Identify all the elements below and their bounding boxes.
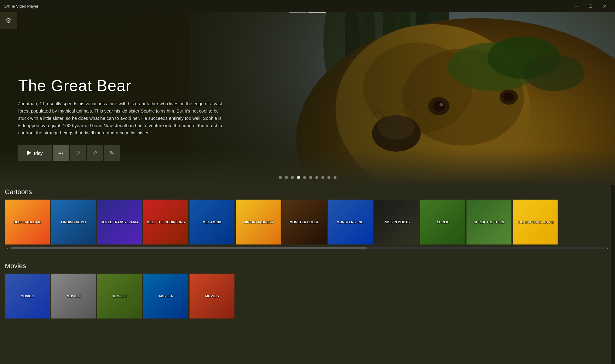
hero-dots — [279, 176, 337, 179]
cartoons-track: DESPICABLE MEFINDING NEMOHOTEL TRANSYLVA… — [0, 200, 615, 244]
heart-icon: ♡ — [75, 150, 80, 156]
cartoons-scroll-left[interactable]: ‹ — [5, 245, 11, 251]
hero-dot-7[interactable] — [315, 176, 318, 179]
top-menu-bar — [289, 12, 326, 13]
share-icon: ⇗ — [93, 150, 97, 156]
title-bar: Offline Video Player — □ ✕ — [0, 0, 615, 12]
hero-dot-9[interactable] — [327, 176, 330, 179]
edit-button[interactable]: ✎ — [104, 145, 120, 161]
app-title: Offline Video Player — [4, 4, 38, 8]
movie-card-3[interactable]: MOVIE 3 — [97, 274, 142, 318]
hero-dot-6[interactable] — [309, 176, 312, 179]
hero-section: The Great Bear Jonathan, 11, usually spe… — [0, 12, 615, 185]
cartoon-card-1[interactable]: DESPICABLE ME — [5, 200, 50, 244]
hero-content: The Great Bear Jonathan, 11, usually spe… — [18, 76, 225, 161]
movies-title: Movies — [0, 259, 615, 274]
edit-icon: ✎ — [110, 150, 114, 156]
menu-segment-2 — [308, 12, 326, 13]
movies-section: Movies MOVIE 1MOVIE 2MOVIE 3MOVIE 4MOVIE… — [0, 259, 615, 323]
hero-description: Jonathan, 11, usually spends his vacatio… — [18, 100, 225, 136]
cartoons-section: Cartoons DESPICABLE MEFINDING NEMOHOTEL … — [0, 185, 615, 257]
hero-dot-8[interactable] — [321, 176, 324, 179]
cartoons-scroll-thumb — [11, 247, 367, 249]
hero-dot-3[interactable] — [291, 176, 294, 179]
cartoon-card-6[interactable]: MINION MADNESS — [236, 200, 281, 244]
hero-title: The Great Bear — [18, 76, 225, 95]
title-bar-controls: — □ ✕ — [569, 0, 611, 12]
movies-carousel: MOVIE 1MOVIE 2MOVIE 3MOVIE 4MOVIE 5 — [0, 274, 615, 318]
minimize-button[interactable]: — — [569, 0, 583, 12]
cartoon-card-2[interactable]: FINDING NEMO — [51, 200, 96, 244]
settings-button[interactable]: ⚙ — [0, 12, 17, 29]
cartoon-card-9[interactable]: PUSS IN BOOTS — [374, 200, 419, 244]
more-button[interactable]: ••• — [53, 145, 69, 161]
cartoon-card-3[interactable]: HOTEL TRANSYLVANIA — [97, 200, 142, 244]
cartoons-scrollbar-wrapper: ‹ › — [0, 245, 615, 251]
hero-dot-5[interactable] — [303, 176, 306, 179]
play-button[interactable]: Play — [18, 145, 52, 161]
hero-dot-4[interactable] — [297, 176, 300, 179]
cartoon-card-11[interactable]: SHREK THE THIRD — [466, 200, 511, 244]
cartoon-card-7[interactable]: MONSTER HOUSE — [282, 200, 327, 244]
hero-dot-1[interactable] — [279, 176, 282, 179]
cartoons-carousel: DESPICABLE MEFINDING NEMOHOTEL TRANSYLVA… — [0, 200, 615, 251]
cartoon-card-4[interactable]: MEET THE ROBINSONS — [143, 200, 188, 244]
play-icon — [27, 150, 31, 155]
title-bar-left: Offline Video Player — [4, 4, 38, 8]
movie-card-5[interactable]: MOVIE 5 — [190, 274, 234, 318]
cartoon-card-10[interactable]: SHREK — [420, 200, 465, 244]
movie-card-4[interactable]: MOVIE 4 — [143, 274, 188, 318]
movie-card-1[interactable]: MOVIE 1 — [5, 274, 50, 318]
cartoon-card-5[interactable]: MEGAMIND — [190, 200, 234, 244]
play-label: Play — [34, 150, 43, 156]
hero-dot-10[interactable] — [333, 176, 337, 179]
share-button[interactable]: ⇗ — [87, 145, 103, 161]
cartoon-card-8[interactable]: MONSTERS, INC. — [328, 200, 373, 244]
maximize-button[interactable]: □ — [583, 0, 597, 12]
cartoons-title: Cartoons — [0, 185, 615, 200]
cartoon-card-12[interactable]: THE SIMPSONS MOVIE — [513, 200, 558, 244]
favorite-button[interactable]: ♡ — [70, 145, 86, 161]
more-icon: ••• — [58, 150, 63, 156]
cartoons-scroll-right[interactable]: › — [604, 245, 610, 251]
hero-actions: Play ••• ♡ ⇗ ✎ — [18, 145, 225, 161]
movies-track: MOVIE 1MOVIE 2MOVIE 3MOVIE 4MOVIE 5 — [0, 274, 615, 318]
settings-icon: ⚙ — [5, 17, 12, 25]
movie-card-2[interactable]: MOVIE 2 — [51, 274, 96, 318]
hero-dot-2[interactable] — [285, 176, 288, 179]
cartoons-scroll-track — [11, 247, 604, 249]
close-button[interactable]: ✕ — [597, 0, 611, 12]
menu-segment-1 — [289, 12, 307, 13]
